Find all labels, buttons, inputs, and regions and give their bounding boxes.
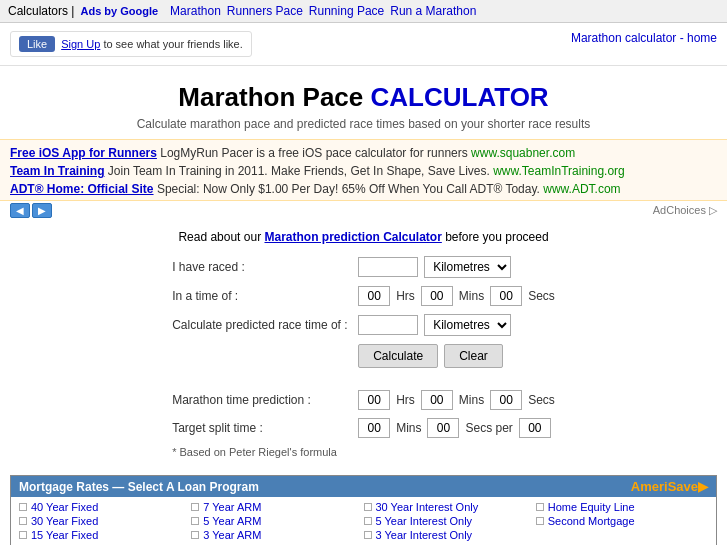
mortgage-col-2: 7 Year ARM 5 Year ARM 3 Year ARM 1 Year … [191, 501, 363, 545]
list-item: 40 Year Fixed [19, 501, 191, 513]
split-mins-label: Mins [396, 421, 421, 435]
mortgage-link[interactable]: 40 Year Fixed [31, 501, 98, 513]
adlink-2-url: www.TeamInTraining.org [493, 164, 625, 178]
mortgage-link[interactable]: 5 Year Interest Only [376, 515, 473, 527]
adlink-1-title[interactable]: Free iOS App for Runners [10, 146, 157, 160]
checkbox-icon [19, 531, 27, 539]
result-hrs-input[interactable] [358, 390, 390, 410]
mortgage-link[interactable]: 3 Year ARM [203, 529, 261, 541]
adlink-1: Free iOS App for Runners LogMyRun Pacer … [10, 144, 717, 162]
mortgage-link[interactable]: Home Equity Line [548, 501, 635, 513]
checkbox-icon [536, 503, 544, 511]
secs-label: Secs [528, 289, 555, 303]
list-item: Home Equity Line [536, 501, 708, 513]
nav-marathon[interactable]: Marathon [170, 4, 221, 18]
mortgage-link[interactable]: 3 Year Interest Only [376, 529, 473, 541]
hrs-label: Hrs [396, 289, 415, 303]
adlink-3-title[interactable]: ADT® Home: Official Site [10, 182, 154, 196]
calc-intro: Read about our Marathon prediction Calcu… [20, 230, 707, 244]
race-distance-input[interactable] [358, 257, 418, 277]
arrow-buttons: ◀ ▶ [10, 203, 52, 218]
race-label: I have raced : [172, 260, 352, 274]
marathon-time-row: Marathon time prediction : Hrs Mins Secs [172, 390, 555, 410]
calculators-label: Calculators | [8, 4, 74, 18]
ads-by-google-link[interactable]: Ads by Google [80, 4, 158, 18]
result-hrs-label: Hrs [396, 393, 415, 407]
home-link[interactable]: Marathon calculator - home [571, 31, 717, 45]
result-secs-input[interactable] [490, 390, 522, 410]
nav-run-marathon[interactable]: Run a Marathon [390, 4, 476, 18]
marathon-time-label: Marathon time prediction : [172, 393, 352, 407]
mortgage-grid: 40 Year Fixed 30 Year Fixed 15 Year Fixe… [11, 497, 716, 545]
checkbox-icon [364, 531, 372, 539]
results-section: Marathon time prediction : Hrs Mins Secs… [0, 386, 727, 467]
adlink-2-desc: Join Team In Training in 2011. Make Frie… [108, 164, 490, 178]
time-mins-input[interactable] [421, 286, 453, 306]
race-row: I have raced : Kilometres Miles [172, 256, 555, 278]
ad-links-section: Free iOS App for Runners LogMyRun Pacer … [0, 139, 727, 201]
main-title-section: Marathon Pace CALCULATOR [0, 66, 727, 117]
mortgage-header: Mortgage Rates — Select A Loan Program A… [11, 476, 716, 497]
target-split-label: Target split time : [172, 421, 352, 435]
time-secs-input[interactable] [490, 286, 522, 306]
list-item: 30 Year Fixed [19, 515, 191, 527]
results-form: Marathon time prediction : Hrs Mins Secs… [172, 390, 555, 458]
mortgage-link[interactable]: Second Mortgage [548, 515, 635, 527]
ads-label: Ads by Google [80, 5, 158, 17]
predict-unit-select[interactable]: Kilometres Miles [424, 314, 511, 336]
mortgage-col-1: 40 Year Fixed 30 Year Fixed 15 Year Fixe… [19, 501, 191, 545]
intro-link[interactable]: Marathon prediction Calculator [264, 230, 441, 244]
intro-suffix: before you proceed [445, 230, 548, 244]
like-button[interactable]: Like [19, 36, 55, 52]
mortgage-link[interactable]: 30 Year Interest Only [376, 501, 479, 513]
result-secs-label: Secs [528, 393, 555, 407]
calculate-button[interactable]: Calculate [358, 344, 438, 368]
time-hrs-input[interactable] [358, 286, 390, 306]
checkbox-icon [191, 503, 199, 511]
checkbox-icon [19, 517, 27, 525]
adlink-3-url: www.ADT.com [543, 182, 620, 196]
mortgage-link[interactable]: 7 Year ARM [203, 501, 261, 513]
list-item: 30 Year Interest Only [364, 501, 536, 513]
adlink-3: ADT® Home: Official Site Special: Now On… [10, 180, 717, 198]
calculator-section: Read about our Marathon prediction Calcu… [0, 220, 727, 386]
mortgage-link[interactable]: 15 Year Fixed [31, 529, 98, 541]
title-pace: Marathon Pace [178, 82, 363, 112]
list-item: Second Mortgage [536, 515, 708, 527]
predict-row: Calculate predicted race time of : Kilom… [172, 314, 555, 336]
list-item: 5 Year ARM [191, 515, 363, 527]
page-title: Marathon Pace CALCULATOR [10, 82, 717, 113]
next-arrow-button[interactable]: ▶ [32, 203, 52, 218]
amerisave-name: AmeriSave [631, 479, 698, 494]
prev-arrow-button[interactable]: ◀ [10, 203, 30, 218]
nav-runners-pace[interactable]: Runners Pace [227, 4, 303, 18]
predict-label: Calculate predicted race time of : [172, 318, 352, 332]
race-unit-select[interactable]: Kilometres Miles [424, 256, 511, 278]
split-per-input[interactable] [519, 418, 551, 438]
clear-button[interactable]: Clear [444, 344, 503, 368]
list-item: 5 Year Interest Only [364, 515, 536, 527]
signup-link[interactable]: Sign Up [61, 38, 100, 50]
adlink-1-url: www.squabner.com [471, 146, 575, 160]
top-navigation: Calculators | Ads by Google Marathon Run… [0, 0, 727, 23]
split-secs-input[interactable] [427, 418, 459, 438]
checkbox-icon [191, 531, 199, 539]
checkbox-icon [364, 517, 372, 525]
result-mins-input[interactable] [421, 390, 453, 410]
mortgage-banner: Mortgage Rates — Select A Loan Program A… [10, 475, 717, 545]
intro-text: Read about our [178, 230, 261, 244]
list-item: 15 Year Fixed [19, 529, 191, 541]
predict-distance-input[interactable] [358, 315, 418, 335]
mortgage-col-3: 30 Year Interest Only 5 Year Interest On… [364, 501, 536, 545]
nav-running-pace[interactable]: Running Pace [309, 4, 384, 18]
adlink-2: Team In Training Join Team In Training i… [10, 162, 717, 180]
calc-form: I have raced : Kilometres Miles In a tim… [172, 256, 555, 376]
checkbox-icon [536, 517, 544, 525]
mortgage-link[interactable]: 30 Year Fixed [31, 515, 98, 527]
amerisave-arrow: ▶ [698, 479, 708, 494]
buttons-row: Calculate Clear [172, 344, 555, 368]
split-mins-input[interactable] [358, 418, 390, 438]
adlink-2-title[interactable]: Team In Training [10, 164, 104, 178]
mortgage-link[interactable]: 5 Year ARM [203, 515, 261, 527]
formula-note: * Based on Peter Riegel's formula [172, 446, 555, 458]
